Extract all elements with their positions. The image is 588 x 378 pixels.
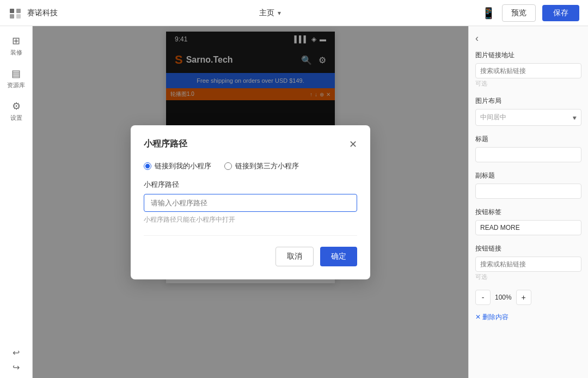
- sidebar-item-resources-label: 资源库: [7, 81, 25, 89]
- img-link-input[interactable]: [475, 63, 581, 78]
- settings-icon: ⚙: [12, 100, 21, 112]
- modal-title: 小程序路径: [144, 138, 187, 150]
- current-page-label: 主页: [259, 8, 274, 18]
- svg-rect-1: [16, 9, 21, 13]
- delete-icon: ✕: [475, 313, 482, 321]
- img-link-hint: 可选: [475, 80, 581, 88]
- btn-tag-label: 按钮标签: [475, 208, 581, 217]
- zoom-control: - 100% +: [475, 290, 581, 305]
- modal-divider: [144, 235, 357, 236]
- btn-link-input[interactable]: [475, 257, 581, 272]
- modal-field-label: 小程序路径: [144, 180, 357, 190]
- btn-tag-value: READ MORE: [475, 220, 581, 235]
- main-layout: ⊞ 装修 ▤ 资源库 ⚙ 设置 ↩ ↪ 9:41 ▌▌▌ ◈ ▬: [0, 26, 588, 378]
- svg-rect-3: [16, 14, 21, 19]
- img-layout-value: 中间居中: [480, 113, 506, 122]
- radio-own-input[interactable]: [144, 162, 151, 170]
- modal-field-section: 小程序路径 小程序路径只能在小程序中打开: [144, 180, 357, 224]
- radio-third-label: 链接到第三方小程序: [235, 161, 299, 171]
- left-sidebar: ⊞ 装修 ▤ 资源库 ⚙ 设置 ↩ ↪: [0, 26, 33, 378]
- svg-rect-2: [10, 14, 14, 19]
- radio-third-input[interactable]: [224, 162, 232, 170]
- cancel-button[interactable]: 取消: [275, 247, 314, 266]
- subtitle-label: 副标题: [475, 171, 581, 180]
- radio-own-label: 链接到我的小程序: [155, 161, 211, 171]
- save-button[interactable]: 保存: [542, 5, 579, 21]
- svg-rect-0: [10, 9, 14, 13]
- sidebar-item-decorate[interactable]: ⊞ 装修: [2, 32, 30, 60]
- modal-overlay: 小程序路径 ✕ 链接到我的小程序 链接到第三方小程序 小程序路径: [33, 26, 468, 378]
- img-link-section: 图片链接地址 可选: [475, 51, 581, 88]
- img-layout-select[interactable]: 中间居中 ▾: [475, 109, 581, 126]
- delete-content-link[interactable]: ✕ 删除内容: [475, 313, 509, 321]
- btn-link-label: 按钮链接: [475, 244, 581, 253]
- back-icon[interactable]: ‹: [475, 33, 581, 44]
- zoom-minus-button[interactable]: -: [475, 290, 491, 305]
- img-link-label: 图片链接地址: [475, 51, 581, 60]
- title-section: 标题: [475, 135, 581, 162]
- sidebar-item-settings-label: 设置: [10, 114, 22, 122]
- img-layout-label: 图片布局: [475, 96, 581, 106]
- zoom-plus-button[interactable]: +: [516, 290, 531, 305]
- topbar-right: 📱 预览 保存: [482, 4, 579, 22]
- canvas-area: 9:41 ▌▌▌ ◈ ▬ S Sarno.Tech 🔍 ⚙: [33, 26, 468, 378]
- miniapp-path-input[interactable]: [144, 194, 357, 212]
- topbar: 赛诺科技 主页 ▾ 📱 预览 保存: [0, 0, 588, 26]
- chevron-down-icon[interactable]: ▾: [278, 9, 281, 17]
- brand-name: 赛诺科技: [27, 8, 58, 18]
- undo-icon[interactable]: ↩: [13, 347, 20, 358]
- resources-icon: ▤: [11, 68, 21, 80]
- app-logo-icon: [9, 7, 22, 20]
- sidebar-item-decorate-label: 装修: [10, 48, 22, 57]
- preview-button[interactable]: 预览: [502, 4, 536, 22]
- title-input[interactable]: [475, 147, 581, 162]
- confirm-button[interactable]: 确定: [320, 247, 357, 266]
- decorate-icon: ⊞: [12, 35, 20, 47]
- topbar-left: 赛诺科技: [9, 7, 58, 20]
- mobile-preview-icon[interactable]: 📱: [482, 7, 495, 20]
- radio-option-own[interactable]: 链接到我的小程序: [144, 161, 211, 171]
- modal-footer: 取消 确定: [144, 247, 357, 266]
- modal-close-button[interactable]: ✕: [349, 138, 357, 150]
- btn-link-hint: 可选: [475, 273, 581, 281]
- radio-option-third[interactable]: 链接到第三方小程序: [224, 161, 299, 171]
- redo-icon[interactable]: ↪: [13, 362, 20, 373]
- zoom-value: 100%: [495, 294, 512, 301]
- miniapp-path-modal: 小程序路径 ✕ 链接到我的小程序 链接到第三方小程序 小程序路径: [131, 125, 370, 279]
- right-panel: ‹ 图片链接地址 可选 图片布局 中间居中 ▾ 标题 副标题 按钮标签: [468, 26, 588, 378]
- img-layout-section: 图片布局 中间居中 ▾: [475, 96, 581, 126]
- subtitle-input[interactable]: [475, 184, 581, 199]
- title-label: 标题: [475, 135, 581, 144]
- subtitle-section: 副标题: [475, 171, 581, 199]
- img-layout-select-wrapper: 中间居中 ▾: [475, 109, 581, 126]
- modal-hint-text: 小程序路径只能在小程序中打开: [144, 215, 357, 224]
- modal-header: 小程序路径 ✕: [144, 138, 357, 150]
- btn-tag-section: 按钮标签 READ MORE: [475, 208, 581, 235]
- sidebar-item-resources[interactable]: ▤ 资源库: [2, 64, 30, 93]
- layout-chevron-icon: ▾: [573, 114, 577, 121]
- delete-label: 删除内容: [482, 313, 509, 321]
- sidebar-item-settings[interactable]: ⚙ 设置: [2, 97, 30, 125]
- radio-group: 链接到我的小程序 链接到第三方小程序: [144, 161, 357, 171]
- topbar-center: 主页 ▾: [259, 8, 281, 18]
- btn-link-section: 按钮链接 可选: [475, 244, 581, 281]
